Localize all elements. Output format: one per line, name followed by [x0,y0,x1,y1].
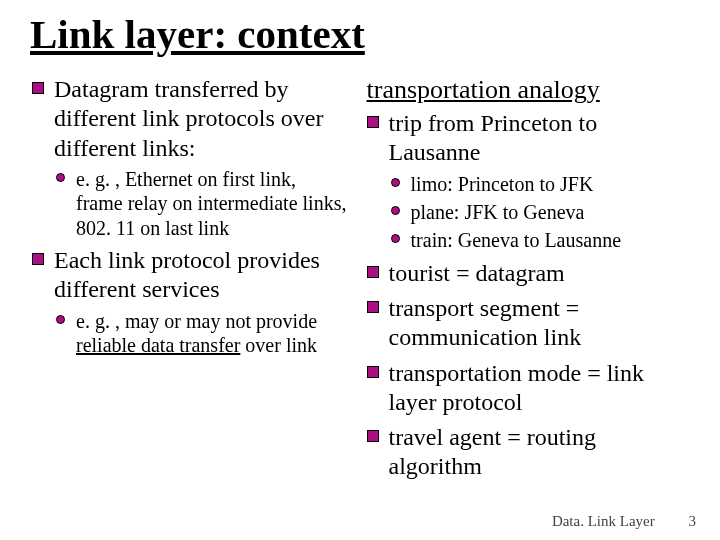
right-bullet-1-text: trip from Princeton to Lausanne [389,110,598,165]
left-b2-sub-underlined: reliable data transfer [76,334,240,356]
page-number: 3 [689,513,697,530]
right-bullet-3: transport segment = communication link [365,294,694,353]
right-bullet-1: trip from Princeton to Lausanne limo: Pr… [365,109,694,253]
left-bullet-1-sublist: e. g. , Ethernet on first link, frame re… [54,167,347,240]
left-bullet-2-sub-1: e. g. , may or may not provide reliable … [54,309,347,358]
left-b2-sub-suffix: over link [240,334,317,356]
right-heading: transportation analogy [365,75,694,105]
right-bullet-1-sub-2: plane: JFK to Geneva [389,200,694,224]
left-bullet-2-sublist: e. g. , may or may not provide reliable … [54,309,347,358]
right-column: transportation analogy trip from Princet… [365,75,694,488]
left-bullet-2: Each link protocol provides different se… [30,246,347,357]
right-bullet-2: tourist = datagram [365,259,694,288]
right-bullet-1-sub-3: train: Geneva to Lausanne [389,228,694,252]
right-list: trip from Princeton to Lausanne limo: Pr… [365,109,694,482]
left-bullet-1-text: Datagram transferred by different link p… [54,76,323,161]
right-bullet-1-sub-1: limo: Princeton to JFK [389,172,694,196]
right-bullet-5: travel agent = routing algorithm [365,423,694,482]
slide-title: Link layer: context [30,12,694,57]
right-bullet-4: transportation mode = link layer protoco… [365,359,694,418]
columns: Datagram transferred by different link p… [30,75,694,488]
left-bullet-1: Datagram transferred by different link p… [30,75,347,240]
footer-label: Data. Link Layer [552,513,655,529]
left-b2-sub-prefix: e. g. , may or may not provide [76,310,317,332]
right-bullet-1-sublist: limo: Princeton to JFK plane: JFK to Gen… [389,172,694,253]
left-bullet-2-text: Each link protocol provides different se… [54,247,320,302]
left-bullet-1-sub-1: e. g. , Ethernet on first link, frame re… [54,167,347,240]
left-list: Datagram transferred by different link p… [30,75,347,357]
slide: Link layer: context Datagram transferred… [0,0,720,540]
footer: Data. Link Layer 3 [552,513,696,530]
left-column: Datagram transferred by different link p… [30,75,347,488]
